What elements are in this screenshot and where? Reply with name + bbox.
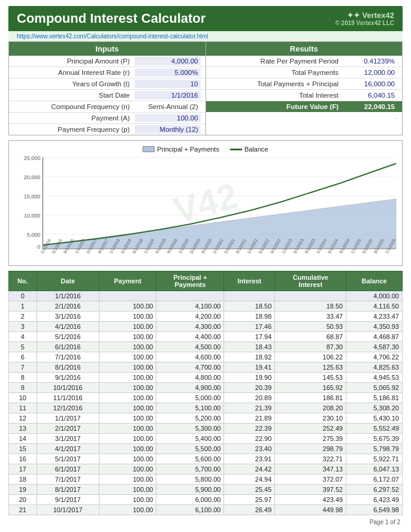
table-cell: 24.94 — [224, 474, 275, 485]
table-cell: 165.92 — [275, 383, 346, 393]
legend-label-principal: Principal + Payments — [157, 146, 219, 153]
svg-text:15,000: 15,000 — [24, 194, 41, 200]
page-header: Compound Interest Calculator ✦✦ Vertex42… — [8, 6, 403, 31]
table-cell: 2/1/2016 — [37, 301, 99, 312]
table-cell: 100.00 — [99, 403, 156, 413]
inputs-header: Inputs — [9, 42, 206, 56]
table-cell: 423.49 — [275, 495, 346, 505]
table-row: 1011/1/2016100.005,000.0020.89186.815,18… — [9, 393, 403, 403]
table-cell: 7 — [9, 362, 37, 373]
input-value-1: 5.000% — [135, 68, 201, 77]
table-cell: 12/1/2016 — [37, 403, 99, 413]
table-cell: 5,000.00 — [156, 393, 224, 403]
table-cell: 33.47 — [275, 312, 346, 322]
results-panel: Results Rate Per Payment Period0.41239%T… — [206, 41, 403, 135]
table-cell: 5 — [9, 342, 37, 352]
result-value-1: 12,000.00 — [343, 68, 397, 77]
table-cell: 10/1/2016 — [37, 383, 99, 393]
table-cell: 22.39 — [224, 424, 275, 434]
result-row-1: Total Payments12,000.00 — [206, 67, 403, 78]
table-row: 01/1/20164,000.00 — [9, 291, 403, 301]
table-cell — [224, 291, 275, 301]
col-header-interest: Interest — [224, 271, 275, 291]
table-cell: 347.13 — [275, 464, 346, 474]
input-row-0: Principal Amount (P)4,000.00 — [9, 56, 206, 67]
inputs-results-section: Inputs Principal Amount (P)4,000.00Annua… — [8, 41, 403, 135]
table-cell: 6,297.52 — [346, 485, 403, 495]
table-header-row: No. Date Payment Principal +Payments Int… — [9, 271, 403, 291]
table-cell: 4,200.00 — [156, 312, 224, 322]
result-row-0: Rate Per Payment Period0.41239% — [206, 56, 403, 67]
input-row-1: Annual Interest Rate (r)5.000% — [9, 67, 206, 78]
table-cell — [275, 291, 346, 301]
input-row-5: Payment (A)100.00 — [9, 113, 206, 124]
table-cell: 4,000.00 — [346, 291, 403, 301]
table-row: 1112/1/2016100.005,100.0021.39208.205,30… — [9, 403, 403, 413]
table-row: 143/1/2017100.005,400.0022.90275.395,675… — [9, 434, 403, 444]
input-label-1: Annual Interest Rate (r) — [14, 69, 135, 76]
chart-svg: 25,000 20,000 15,000 10,000 5,000 0 1/1/… — [15, 155, 396, 251]
table-cell: 16 — [9, 454, 37, 464]
table-cell: 5,200.00 — [156, 413, 224, 424]
chart-area: V42 Principal + Payments Balance 25,000 … — [8, 140, 403, 266]
svg-text:5,000: 5,000 — [27, 232, 41, 238]
input-row-2: Years of Growth (t)10 — [9, 78, 206, 90]
table-row: 56/1/2016100.004,500.0018.4387.304,587.3… — [9, 342, 403, 352]
col-header-balance: Balance — [346, 271, 403, 291]
table-cell: 4 — [9, 332, 37, 342]
chart-legend: Principal + Payments Balance — [15, 146, 396, 153]
table-cell: 5,700.00 — [156, 464, 224, 474]
table-cell: 100.00 — [99, 393, 156, 403]
col-header-date: Date — [37, 271, 99, 291]
table-cell: 4/1/2016 — [37, 322, 99, 332]
table-cell: 4,233.47 — [346, 312, 403, 322]
table-cell: 100.00 — [99, 312, 156, 322]
input-value-0: 4,000.00 — [135, 57, 201, 65]
table-cell: 68.87 — [275, 332, 346, 342]
table-cell: 100.00 — [99, 444, 156, 454]
table-cell: 8/1/2016 — [37, 362, 99, 373]
table-row: 187/1/2017100.005,800.0024.94372.076,172… — [9, 474, 403, 485]
table-row: 132/1/2017100.005,300.0022.39252.495,552… — [9, 424, 403, 434]
table-row: 910/1/2016100.004,900.0020.39165.925,065… — [9, 383, 403, 393]
table-cell — [99, 291, 156, 301]
table-cell: 6,549.98 — [346, 505, 403, 515]
table-cell: 17.94 — [224, 332, 275, 342]
table-cell: 20.89 — [224, 393, 275, 403]
table-cell: 12 — [9, 413, 37, 424]
table-cell: 4,945.53 — [346, 373, 403, 383]
table-cell: 397.52 — [275, 485, 346, 495]
table-cell — [156, 291, 224, 301]
table-cell: 5/1/2017 — [37, 454, 99, 464]
table-row: 45/1/2016100.004,400.0017.9468.874,468.8… — [9, 332, 403, 342]
table-cell: 14 — [9, 434, 37, 444]
table-cell: 5,675.39 — [346, 434, 403, 444]
table-cell: 5,065.92 — [346, 383, 403, 393]
col-header-principal-payments: Principal +Payments — [156, 271, 224, 291]
col-header-payment: Payment — [99, 271, 156, 291]
table-cell: 9 — [9, 383, 37, 393]
table-cell: 19.41 — [224, 362, 275, 373]
table-cell: 100.00 — [99, 464, 156, 474]
table-cell: 10/1/2017 — [37, 505, 99, 515]
table-cell: 22.90 — [224, 434, 275, 444]
table-cell: 18.92 — [224, 352, 275, 362]
table-cell: 5,800.00 — [156, 474, 224, 485]
table-cell: 5,186.81 — [346, 393, 403, 403]
table-cell: 24.42 — [224, 464, 275, 474]
result-label-1: Total Payments — [211, 69, 344, 76]
table-cell: 4,587.30 — [346, 342, 403, 352]
result-row-4: Future Value (F)22,040.15 — [206, 101, 403, 112]
table-cell: 100.00 — [99, 301, 156, 312]
table-cell: 125.63 — [275, 362, 346, 373]
table-cell: 449.98 — [275, 505, 346, 515]
table-cell: 18 — [9, 474, 37, 485]
table-cell: 5,922.71 — [346, 454, 403, 464]
table-cell: 19 — [9, 485, 37, 495]
table-cell: 145.53 — [275, 373, 346, 383]
table-cell: 5,300.00 — [156, 424, 224, 434]
table-cell: 5,900.00 — [156, 485, 224, 495]
table-cell: 100.00 — [99, 352, 156, 362]
table-cell: 21 — [9, 505, 37, 515]
legend-line-balance — [230, 149, 242, 150]
